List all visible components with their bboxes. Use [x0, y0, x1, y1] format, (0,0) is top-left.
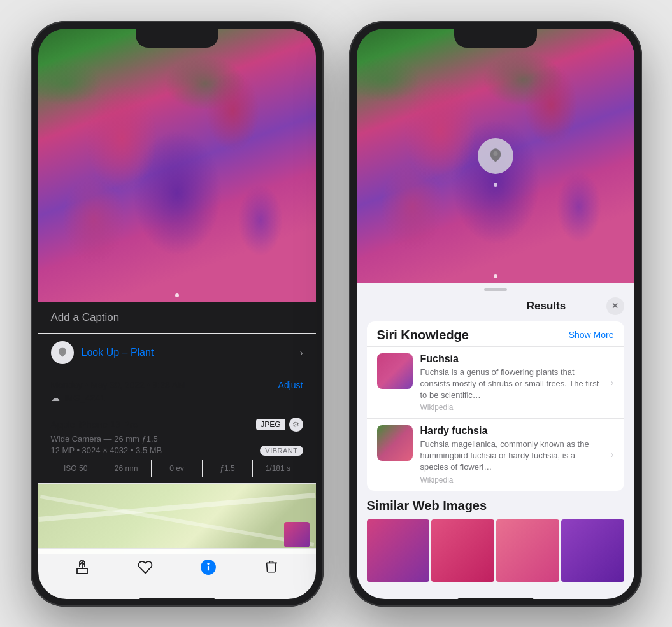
svg-point-0	[61, 349, 64, 353]
fuchsia-text: Fuchsia Fuchsia is a genus of flowering …	[420, 353, 603, 412]
fuchsia-thumb-image	[377, 353, 413, 389]
lookup-icon	[51, 341, 74, 364]
close-button[interactable]: ✕	[606, 297, 624, 315]
knowledge-item-fuchsia[interactable]: Fuchsia Fuchsia is a genus of flowering …	[367, 346, 624, 419]
device-name: Apple iPhone 13 Pro	[51, 419, 139, 430]
cloud-icon: ☁	[51, 393, 60, 403]
exif-focal: 26 mm	[101, 460, 152, 477]
show-more-button[interactable]: Show More	[569, 330, 614, 340]
fuchsia-thumbnail	[377, 353, 413, 389]
filename: IMG_4241	[64, 393, 105, 403]
jpeg-badge: JPEG	[256, 419, 285, 430]
caption-input[interactable]: Add a Caption	[51, 311, 120, 323]
meta-section: Monday • May 30, 2022 • 9:23 AM Adjust ☁…	[38, 372, 316, 411]
svg-point-5	[493, 151, 497, 156]
exif-ev: 0 ev	[152, 460, 202, 477]
hardy-thumbnail	[377, 425, 413, 461]
right-notch	[454, 29, 537, 48]
right-photo-display[interactable]	[357, 29, 634, 283]
similar-image-4[interactable]	[561, 519, 624, 582]
exif-shutter: 1/181 s	[253, 460, 303, 477]
vl-dot	[494, 183, 497, 187]
lookup-label: Look Up – Plant	[82, 347, 154, 358]
hardy-name: Hardy fuchsia	[420, 425, 603, 437]
delete-button[interactable]	[262, 558, 281, 577]
similar-title: Similar Web Images	[367, 498, 624, 513]
device-section: Apple iPhone 13 Pro JPEG ⚙ Wide Camera —…	[38, 411, 316, 484]
notch	[136, 29, 218, 48]
right-phone-screen: Results ✕ Siri Knowledge Show More Fuchs…	[357, 29, 634, 599]
left-phone: Add a Caption Look Up – Plant ›	[31, 21, 324, 607]
siri-knowledge-header: Siri Knowledge Show More	[367, 321, 624, 346]
svg-rect-4	[208, 566, 209, 571]
map-road-1	[38, 493, 315, 522]
map-road-2	[39, 495, 313, 547]
fuchsia-chevron-icon: ›	[611, 377, 614, 388]
right-phone: Results ✕ Siri Knowledge Show More Fuchs…	[349, 21, 642, 607]
hardy-thumb-image	[377, 425, 413, 461]
gear-icon[interactable]: ⚙	[289, 418, 303, 432]
fuchsia-description: Fuchsia is a genus of flowering plants t…	[420, 367, 603, 402]
photo-date: Monday • May 30, 2022 • 9:23 AM	[51, 380, 185, 390]
similar-image-2[interactable]	[431, 519, 494, 582]
mp-info: 12 MP • 3024 × 4032 • 3.5 MB	[51, 446, 162, 455]
results-header: Results ✕	[357, 291, 634, 321]
caption-area[interactable]: Add a Caption	[38, 302, 316, 334]
device-badges: JPEG ⚙	[256, 418, 303, 432]
favorite-button[interactable]	[136, 558, 155, 577]
adjust-button[interactable]: Adjust	[278, 380, 303, 390]
fuchsia-source: Wikipedia	[420, 403, 603, 412]
hardy-chevron-icon: ›	[611, 449, 614, 460]
right-home-indicator	[457, 598, 534, 602]
similar-image-1[interactable]	[367, 519, 430, 582]
siri-knowledge-title: Siri Knowledge	[377, 328, 469, 342]
camera-info: Wide Camera — 26 mm ƒ1.5	[51, 434, 303, 444]
similar-section: Similar Web Images	[357, 498, 634, 582]
flower-image	[38, 29, 316, 302]
toolbar	[38, 548, 316, 599]
similar-image-3[interactable]	[496, 519, 559, 582]
left-phone-screen: Add a Caption Look Up – Plant ›	[38, 29, 316, 599]
hardy-text: Hardy fuchsia Fuchsia magellanica, commo…	[420, 425, 603, 484]
hardy-source: Wikipedia	[420, 476, 603, 484]
hardy-description: Fuchsia magellanica, commonly known as t…	[420, 439, 603, 474]
map-thumb-img	[284, 522, 310, 547]
lookup-chevron-icon: ›	[300, 348, 303, 358]
exif-row: ISO 50 26 mm 0 ev ƒ1.5 1/181 s	[51, 460, 303, 477]
siri-knowledge-section: Siri Knowledge Show More Fuchsia Fuchsia…	[367, 321, 624, 491]
svg-point-3	[207, 563, 209, 565]
knowledge-item-hardy[interactable]: Hardy fuchsia Fuchsia magellanica, commo…	[367, 418, 624, 491]
info-button[interactable]	[199, 558, 218, 577]
photo-display[interactable]	[38, 29, 316, 302]
home-indicator	[139, 598, 215, 602]
results-title: Results	[487, 300, 606, 313]
share-button[interactable]	[73, 558, 92, 577]
exif-iso: ISO 50	[51, 460, 101, 477]
results-sheet: Results ✕ Siri Knowledge Show More Fuchs…	[357, 283, 634, 599]
right-photo-dot	[494, 274, 497, 278]
sheet-handle	[357, 283, 634, 291]
handle-bar	[484, 288, 507, 291]
vibrant-badge: VIBRANT	[260, 446, 303, 456]
fuchsia-name: Fuchsia	[420, 353, 603, 365]
visual-lookup-button[interactable]	[478, 138, 513, 174]
similar-grid	[367, 519, 624, 582]
map-thumbnail	[284, 522, 310, 547]
exif-aperture: ƒ1.5	[203, 460, 253, 477]
map-preview[interactable]	[38, 484, 316, 554]
lookup-row[interactable]: Look Up – Plant ›	[38, 334, 316, 372]
photo-page-dot	[175, 293, 179, 297]
